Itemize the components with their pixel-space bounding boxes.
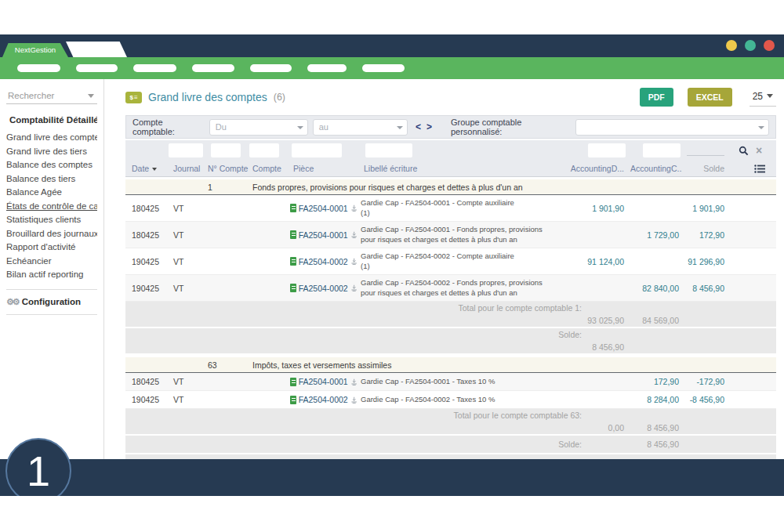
pdf-button[interactable]: PDF	[640, 88, 673, 107]
minimize-dot-icon[interactable]	[726, 40, 737, 51]
invoice-icon	[290, 396, 296, 404]
debit-cell	[549, 398, 627, 401]
filter-input-accountingc[interactable]	[643, 143, 681, 157]
compte-du-select[interactable]: Du	[209, 119, 308, 136]
libelle-cell: Gardie Cap - FA2504-0001 - Fonds propres…	[361, 222, 549, 248]
sidebar-item-rapport-d-activite[interactable]: Rapport d'activité	[6, 241, 97, 255]
chevron-down-icon	[758, 126, 764, 129]
ledger-row: 180425VTFA2504-0001Gardie Cap - FA2504-0…	[125, 222, 776, 248]
filter-input-compte[interactable]	[249, 143, 279, 157]
col-header-journal[interactable]: Journal	[167, 162, 205, 175]
nav-pill[interactable]	[250, 64, 292, 72]
sidebar-item-bilan-actif-reporting[interactable]: Bilan actif reporting	[6, 268, 97, 282]
piece-number-link[interactable]: FA2504-0002	[299, 257, 348, 266]
piece-cell: FA2504-0002	[287, 282, 361, 295]
search-icon[interactable]	[739, 146, 749, 156]
chevron-down-icon	[397, 126, 403, 129]
debit-cell	[549, 233, 627, 237]
group-total-label: Total pour le compte comptable 63:	[125, 409, 627, 422]
journal-cell: VT	[167, 202, 205, 215]
col-header-accountingd[interactable]: AccountingD...	[549, 162, 627, 175]
group-header-row: 63Impôts, taxes et versements assimiles	[125, 355, 776, 373]
compte-au-select[interactable]: au	[313, 119, 408, 136]
filter-input-ncompte[interactable]	[211, 143, 241, 157]
sidebar-item-grand-livre-des-comptes[interactable]: Grand livre des comptes	[6, 131, 97, 145]
piece-number-link[interactable]: FA2504-0001	[299, 230, 348, 240]
group-number: 63	[205, 359, 249, 371]
col-header-piece[interactable]: Pièce	[287, 162, 361, 175]
piece-number-link[interactable]: FA2504-0001	[299, 377, 348, 386]
maximize-dot-icon[interactable]	[745, 40, 756, 51]
filter-actions: ×	[728, 146, 776, 156]
group-total-row: Total pour le compte comptable 63:0,008 …	[125, 409, 776, 436]
date-cell: 180425	[125, 229, 167, 241]
download-icon[interactable]	[350, 230, 358, 239]
sidebar-item-echeancier[interactable]: Echéancier	[6, 255, 97, 269]
piece-number-link[interactable]: FA2504-0001	[299, 204, 348, 213]
group-header-row: 1Fonds propres, provisions pour risques …	[125, 177, 776, 195]
excel-button[interactable]: EXCEL	[688, 88, 732, 107]
group-total-credit: 8 456,90	[627, 422, 682, 434]
group-total-debit: 0,00	[549, 422, 627, 434]
debit-cell	[549, 287, 627, 290]
filter-input-accountingd[interactable]	[588, 143, 626, 157]
clear-filters-icon[interactable]: ×	[756, 147, 762, 154]
group-solde-row: Solde:8 456,90	[125, 436, 776, 454]
sidebar-divider	[6, 289, 97, 290]
sidebar-section-comptabilite[interactable]: Comptabilité Détaillé...	[6, 115, 97, 125]
col-header-compte[interactable]: Compte	[249, 162, 287, 175]
journal-cell: VT	[167, 255, 205, 268]
groupe-comptable-select[interactable]	[575, 119, 769, 136]
sidebar-item-balance-des-comptes[interactable]: Balance des comptes	[6, 158, 97, 172]
group-solde-label: Solde:	[125, 328, 627, 341]
nav-pill[interactable]	[76, 64, 118, 72]
libelle-cell: Gardie Cap - FA2504-0001 - Taxes 10 %	[361, 374, 549, 390]
app-window: NextGestion Rechercher Comptabilité Déta…	[0, 0, 784, 532]
col-header-accountingc[interactable]: AccountingC...	[627, 162, 682, 175]
sidebar-search-select[interactable]: Rechercher	[6, 88, 97, 104]
nav-pill[interactable]	[133, 64, 176, 72]
next-arrow-icon[interactable]: >	[426, 121, 432, 132]
prev-arrow-icon[interactable]: <	[416, 121, 421, 132]
col-header-ncompte[interactable]: N° Compte	[205, 162, 249, 175]
nav-pill[interactable]	[307, 64, 347, 72]
sidebar-item-balance-agee[interactable]: Balance Agée	[6, 186, 97, 200]
sidebar-item-configuration[interactable]: ⚙⚙ Configuration	[6, 297, 97, 307]
column-options-icon[interactable]	[754, 165, 765, 173]
page-size-select[interactable]: 25	[750, 89, 776, 107]
close-dot-icon[interactable]	[764, 40, 775, 51]
sidebar-item-statistiques-clients[interactable]: Statistiques clients	[6, 213, 97, 227]
filter-input-journal[interactable]	[169, 143, 203, 157]
nav-pill[interactable]	[192, 64, 234, 72]
filter-input-solde[interactable]	[687, 145, 724, 156]
filter-input-libelle[interactable]	[365, 143, 412, 157]
group-solde-row: Solde:8 456,90	[125, 328, 776, 355]
page-number-circle[interactable]: 1	[5, 438, 71, 504]
sidebar-item-etats-de-controle-de-caisse[interactable]: États de contrôle de caisse	[6, 200, 97, 214]
filter-input-piece[interactable]	[292, 143, 342, 157]
piece-number-link[interactable]: FA2504-0002	[299, 395, 348, 404]
nav-pill[interactable]	[362, 64, 405, 72]
download-icon[interactable]	[350, 257, 358, 266]
sidebar: Rechercher Comptabilité Détaillé... Gran…	[0, 79, 104, 459]
brand-tab[interactable]: NextGestion	[2, 43, 68, 57]
sidebar-item-grand-livre-des-tiers[interactable]: Grand livre des tiers	[6, 145, 97, 159]
download-icon[interactable]	[350, 396, 358, 404]
group-label: Fonds propres, provisions pour risques e…	[249, 181, 549, 194]
col-header-libelle[interactable]: Libellé écriture	[361, 162, 549, 175]
nav-pill[interactable]	[17, 64, 60, 72]
piece-number-link[interactable]: FA2504-0002	[299, 284, 348, 293]
download-icon[interactable]	[350, 378, 358, 386]
date-cell: 190425	[125, 282, 167, 295]
sidebar-item-balance-des-tiers[interactable]: Balance des tiers	[6, 172, 97, 186]
sidebar-item-brouillard-des-journaux[interactable]: Brouillard des journaux	[6, 227, 97, 241]
invoice-icon	[290, 257, 296, 266]
credit-cell: 8 284,00	[627, 393, 682, 406]
download-icon[interactable]	[350, 284, 358, 292]
col-header-solde[interactable]: Solde	[682, 162, 728, 175]
solde-cell: 1 901,90	[682, 202, 728, 215]
ghost-tab	[66, 42, 127, 57]
download-icon[interactable]	[350, 204, 358, 212]
sidebar-divider	[6, 314, 97, 315]
col-header-date[interactable]: Date	[125, 162, 167, 175]
